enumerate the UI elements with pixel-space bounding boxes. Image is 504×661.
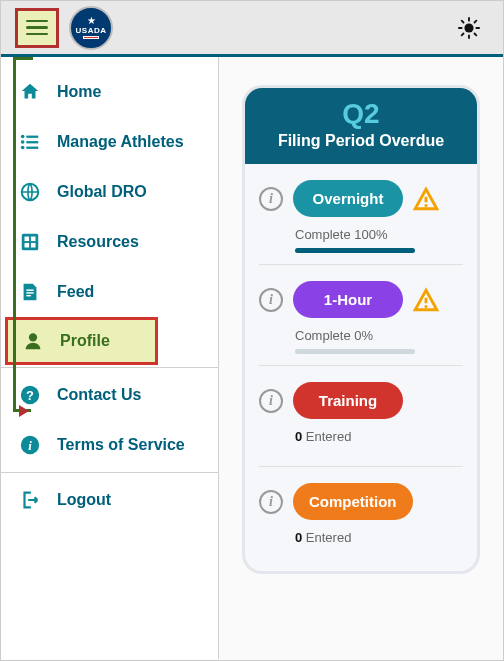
usada-logo: ★ USADA xyxy=(69,6,113,50)
info-icon: i xyxy=(19,434,41,456)
sidebar-item-label: Resources xyxy=(57,233,139,251)
annotation-vertical xyxy=(13,57,16,411)
sidebar-item-label: Logout xyxy=(57,491,111,509)
training-pill[interactable]: Training xyxy=(293,382,403,419)
svg-point-24 xyxy=(29,333,37,341)
onehour-pill[interactable]: 1-Hour xyxy=(293,281,403,318)
svg-rect-10 xyxy=(26,136,38,138)
logo-text: USADA xyxy=(76,26,107,35)
svg-point-11 xyxy=(21,140,25,144)
star-icon: ★ xyxy=(87,16,96,26)
sidebar-item-label: Manage Athletes xyxy=(57,133,184,151)
info-icon[interactable]: i xyxy=(259,490,283,514)
filing-item-training: i Training 0 Entered xyxy=(245,366,477,466)
svg-rect-14 xyxy=(26,147,38,149)
menu-button[interactable] xyxy=(15,8,59,48)
svg-text:?: ? xyxy=(26,388,34,403)
svg-rect-19 xyxy=(25,243,30,248)
sidebar-item-label: Terms of Service xyxy=(57,436,185,454)
competition-pill[interactable]: Competition xyxy=(293,483,413,520)
info-icon[interactable]: i xyxy=(259,389,283,413)
help-icon: ? xyxy=(19,384,41,406)
info-icon[interactable]: i xyxy=(259,187,283,211)
filing-card-header: Q2 Filing Period Overdue xyxy=(245,88,477,164)
svg-line-6 xyxy=(475,33,477,35)
training-entered-label: 0 Entered xyxy=(295,429,463,444)
sidebar-item-label: Contact Us xyxy=(57,386,141,404)
svg-point-30 xyxy=(424,203,427,206)
topbar: ★ USADA xyxy=(1,1,503,57)
svg-line-5 xyxy=(462,20,464,22)
filing-item-onehour: i 1-Hour Complete 0% xyxy=(245,265,477,365)
content-area: Q2 Filing Period Overdue i Overnight Com… xyxy=(219,57,503,659)
sidebar-item-label: Profile xyxy=(60,332,110,350)
sidebar-item-feed[interactable]: Feed xyxy=(1,267,218,317)
person-icon xyxy=(22,330,44,352)
svg-point-32 xyxy=(424,304,427,307)
sidebar-item-tos[interactable]: i Terms of Service xyxy=(1,420,218,470)
annotation-connector-top xyxy=(13,57,33,60)
filing-card: Q2 Filing Period Overdue i Overnight Com… xyxy=(242,85,480,574)
logout-icon xyxy=(19,489,41,511)
sidebar-item-global-dro[interactable]: Global DRO xyxy=(1,167,218,217)
sidebar-item-manage-athletes[interactable]: Manage Athletes xyxy=(1,117,218,167)
divider xyxy=(1,472,218,473)
progress-bar xyxy=(295,248,415,253)
warning-icon xyxy=(413,186,439,212)
list-icon xyxy=(19,131,41,153)
filing-item-competition: i Competition 0 Entered xyxy=(245,467,477,567)
svg-line-7 xyxy=(462,33,464,35)
svg-point-13 xyxy=(21,146,25,150)
sidebar-item-contact[interactable]: ? Contact Us xyxy=(1,370,218,420)
layout-main: Home Manage Athletes Global DRO Resource… xyxy=(1,57,503,659)
sidebar-item-label: Global DRO xyxy=(57,183,147,201)
sidebar-item-label: Feed xyxy=(57,283,94,301)
filing-subtitle: Filing Period Overdue xyxy=(249,132,473,150)
overnight-pill[interactable]: Overnight xyxy=(293,180,403,217)
svg-rect-20 xyxy=(31,243,36,248)
filing-item-overnight: i Overnight Complete 100% xyxy=(245,164,477,264)
theme-toggle[interactable] xyxy=(455,14,483,42)
svg-point-0 xyxy=(464,23,473,32)
annotation-arrow-icon xyxy=(19,405,29,417)
sidebar-item-resources[interactable]: Resources xyxy=(1,217,218,267)
sun-icon xyxy=(458,17,480,39)
quarter-label: Q2 xyxy=(249,100,473,128)
sidebar-item-logout[interactable]: Logout xyxy=(1,475,218,525)
sidebar: Home Manage Athletes Global DRO Resource… xyxy=(1,57,219,659)
svg-rect-12 xyxy=(26,141,38,143)
svg-rect-18 xyxy=(31,237,36,242)
onehour-progress-label: Complete 0% xyxy=(295,328,463,354)
info-icon[interactable]: i xyxy=(259,288,283,312)
svg-rect-17 xyxy=(25,237,30,242)
grid-icon xyxy=(19,231,41,253)
overnight-progress-label: Complete 100% xyxy=(295,227,463,253)
hamburger-icon xyxy=(26,20,48,36)
svg-text:i: i xyxy=(28,439,32,453)
globe-icon xyxy=(19,181,41,203)
document-icon xyxy=(19,281,41,303)
sidebar-item-home[interactable]: Home xyxy=(1,67,218,117)
progress-bar xyxy=(295,349,415,354)
sidebar-item-label: Home xyxy=(57,83,101,101)
competition-entered-label: 0 Entered xyxy=(295,530,463,545)
svg-rect-16 xyxy=(22,234,39,251)
svg-point-9 xyxy=(21,135,25,139)
warning-icon xyxy=(413,287,439,313)
divider xyxy=(1,367,218,368)
sidebar-item-profile[interactable]: Profile xyxy=(5,317,158,365)
home-icon xyxy=(19,81,41,103)
svg-line-8 xyxy=(475,20,477,22)
logo-stripe xyxy=(83,36,99,39)
